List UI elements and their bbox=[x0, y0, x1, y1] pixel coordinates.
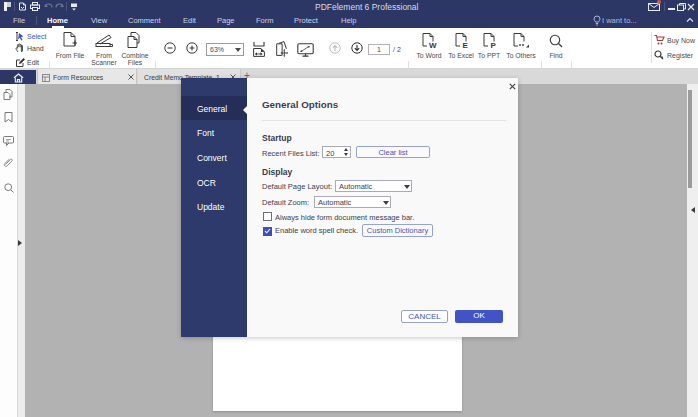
svg-text:P: P bbox=[491, 41, 497, 50]
svg-text:W: W bbox=[429, 41, 437, 50]
svg-text:E: E bbox=[463, 41, 469, 50]
